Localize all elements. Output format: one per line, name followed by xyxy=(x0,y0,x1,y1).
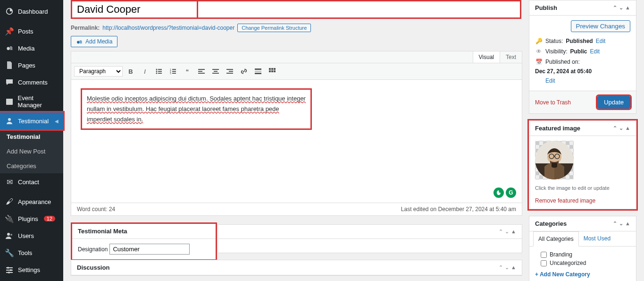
edit-visibility-link[interactable]: Edit xyxy=(590,48,600,55)
grammarly-dot-icon[interactable] xyxy=(493,187,504,198)
svg-rect-35 xyxy=(255,68,261,70)
svg-point-18 xyxy=(156,73,158,74)
toolbar-toggle-icon[interactable] xyxy=(266,65,278,77)
featured-image-panel: Featured image ⌃ ⌄ ▲ xyxy=(529,120,636,209)
chevron-up-icon[interactable]: ⌃ xyxy=(613,125,617,131)
tab-all-categories[interactable]: All Categories xyxy=(533,231,579,247)
sidebar-item-media[interactable]: Media xyxy=(0,40,63,57)
chevron-up-icon[interactable]: ⌃ xyxy=(499,264,503,271)
sidebar-item-dashboard[interactable]: Dashboard xyxy=(0,3,63,20)
permalink-url[interactable]: http://localhost/wordpress/?testimonial=… xyxy=(102,25,234,31)
sidebar-item-comments[interactable]: Comments xyxy=(0,74,63,91)
submenu-testimonial[interactable]: Testimonial xyxy=(0,129,63,144)
grammarly-icon[interactable]: G xyxy=(506,187,516,198)
edit-status-link[interactable]: Edit xyxy=(596,38,606,44)
sidebar-item-posts[interactable]: 📌 Posts xyxy=(0,23,63,40)
category-branding[interactable]: Branding xyxy=(535,250,630,259)
svg-rect-41 xyxy=(269,70,271,72)
page-icon xyxy=(5,60,14,70)
align-right-icon[interactable] xyxy=(224,65,236,77)
update-button[interactable]: Update xyxy=(597,96,630,109)
sidebar-item-users[interactable]: Users xyxy=(0,227,63,244)
add-new-category-link[interactable]: + Add New Category xyxy=(535,271,630,278)
sidebar-label: Tools xyxy=(18,249,32,256)
designation-input[interactable] xyxy=(109,244,190,255)
collapse-toggle-icon[interactable]: ▲ xyxy=(625,5,630,11)
change-permalink-button[interactable]: Change Permalink Structure xyxy=(237,24,311,32)
editor-content[interactable]: Molestie odio inceptos adipiscing dui di… xyxy=(71,80,522,203)
svg-point-11 xyxy=(8,272,10,273)
chevron-down-icon[interactable]: ⌄ xyxy=(505,229,509,235)
chevron-up-icon[interactable]: ⌃ xyxy=(613,5,617,11)
bold-icon[interactable]: B xyxy=(125,65,137,77)
sidebar-item-testimonial[interactable]: Testimonial ◀ xyxy=(0,112,63,129)
add-media-button[interactable]: Add Media xyxy=(71,36,117,47)
svg-rect-2 xyxy=(6,99,13,100)
align-left-icon[interactable] xyxy=(195,65,208,77)
category-uncategorized[interactable]: Uncategorized xyxy=(535,259,630,267)
italic-icon[interactable]: I xyxy=(139,65,151,77)
sidebar-item-settings[interactable]: Settings xyxy=(0,261,63,278)
editor-tab-visual[interactable]: Visual xyxy=(473,51,500,63)
sidebar-item-pages[interactable]: Pages xyxy=(0,57,63,74)
numbered-list-icon[interactable]: 123 xyxy=(167,65,179,77)
chevron-down-icon[interactable]: ⌄ xyxy=(619,221,623,227)
chevron-down-icon[interactable]: ⌄ xyxy=(619,5,623,11)
submenu-add-new[interactable]: Add New Post xyxy=(0,144,63,159)
preview-button[interactable]: Preview Changes xyxy=(571,20,630,32)
sliders-icon xyxy=(5,265,14,274)
visibility-value: Public xyxy=(570,48,587,55)
collapse-toggle-icon[interactable]: ▲ xyxy=(511,264,516,271)
eye-icon: 👁 xyxy=(535,48,543,55)
editor-toolbar: Paragraph B I 123 “ xyxy=(71,63,522,80)
categories-title: Categories xyxy=(535,220,567,227)
featured-image-hint: Click the image to edit or update xyxy=(535,185,630,191)
sidebar-item-appearance[interactable]: 🖌 Appearance xyxy=(0,193,63,210)
svg-rect-23 xyxy=(172,71,176,72)
editor-tab-text[interactable]: Text xyxy=(500,51,522,63)
submenu-categories[interactable]: Categories xyxy=(0,159,63,173)
align-center-icon[interactable] xyxy=(209,65,222,77)
move-to-trash-link[interactable]: Move to Trash xyxy=(535,99,571,106)
featured-image-thumbnail[interactable] xyxy=(535,141,574,179)
quote-icon[interactable]: “ xyxy=(181,65,193,77)
comment-icon xyxy=(5,77,14,87)
sidebar-item-plugins[interactable]: 🔌 Plugins 12 xyxy=(0,210,63,227)
category-checkbox[interactable] xyxy=(541,260,547,266)
collapse-toggle-icon[interactable]: ▲ xyxy=(625,221,630,227)
bullet-list-icon[interactable] xyxy=(153,65,165,77)
sidebar-label: Contact xyxy=(18,179,39,186)
chevron-up-icon[interactable]: ⌃ xyxy=(613,221,617,227)
chevron-down-icon[interactable]: ⌄ xyxy=(619,125,623,131)
category-checkbox[interactable] xyxy=(541,252,547,258)
collapse-toggle-icon[interactable]: ▲ xyxy=(625,125,630,131)
svg-rect-25 xyxy=(172,73,176,74)
readmore-icon[interactable] xyxy=(252,65,264,77)
edit-date-link[interactable]: Edit xyxy=(535,77,630,84)
collapse-toggle-icon[interactable]: ▲ xyxy=(511,229,516,235)
sidebar-label: Testimonial xyxy=(18,118,49,125)
remove-featured-link[interactable]: Remove featured image xyxy=(535,197,630,204)
chevron-up-icon[interactable]: ⌃ xyxy=(499,229,503,235)
camera-icon xyxy=(76,38,83,45)
wrench-icon: 🔧 xyxy=(5,248,14,257)
tab-most-used[interactable]: Most Used xyxy=(579,231,615,246)
svg-point-0 xyxy=(7,47,9,50)
format-select[interactable]: Paragraph xyxy=(74,66,123,77)
link-icon[interactable] xyxy=(238,65,250,77)
sidebar-label: Posts xyxy=(18,28,33,35)
sidebar-item-tools[interactable]: 🔧 Tools xyxy=(0,244,63,261)
permalink-row: Permalink: http://localhost/wordpress/?t… xyxy=(71,24,522,32)
sidebar-label: Plugins xyxy=(18,215,38,222)
svg-rect-29 xyxy=(212,69,219,70)
sidebar-label: Pages xyxy=(18,62,35,69)
sidebar-item-contact[interactable]: ✉ Contact xyxy=(0,173,63,190)
sidebar-item-collapse[interactable]: Collapse menu xyxy=(0,278,63,281)
chevron-down-icon[interactable]: ⌄ xyxy=(505,264,509,271)
users-icon xyxy=(5,231,14,240)
svg-rect-27 xyxy=(198,71,202,72)
post-title-input[interactable] xyxy=(71,0,521,19)
svg-point-14 xyxy=(156,69,158,70)
svg-point-9 xyxy=(7,267,9,269)
sidebar-item-event-manager[interactable]: Event Manager xyxy=(0,91,63,112)
